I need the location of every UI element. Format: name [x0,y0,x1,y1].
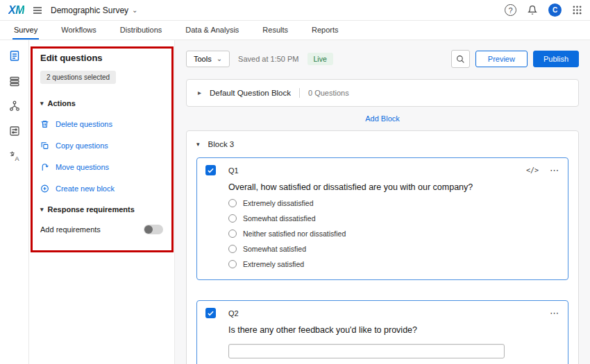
xm-logo: XM [8,4,24,17]
add-requirements-toggle[interactable] [144,225,163,234]
copy-questions-button[interactable]: Copy questions [40,141,163,150]
radio-button[interactable] [228,199,237,207]
survey-builder-icon[interactable] [9,50,20,62]
q2-more-menu-icon[interactable]: ⋯ [550,308,559,318]
save-status-text: Saved at 1:50 PM [238,55,298,63]
q1-option-row: Somewhat satisfied [228,245,559,253]
create-new-block-button[interactable]: Create new block [40,184,163,193]
plus-circle-icon [40,184,49,193]
panel-title: Edit questions [40,53,163,63]
q1-option-row: Extremely satisfied [228,260,559,268]
radio-button[interactable] [228,245,237,253]
caret-down-icon[interactable]: ▾ [196,141,200,148]
q1-option-row: Somewhat dissatisfied [228,214,559,223]
q1-option-row: Neither satisfied nor dissatisfied [228,229,559,238]
survey-flow-icon[interactable] [9,101,20,112]
search-button[interactable] [451,50,470,68]
q1-more-menu-icon[interactable]: ⋯ [550,165,559,175]
question-card-q2[interactable]: Q2 ⋯ Is there any other feedback you'd l… [196,300,568,364]
q1-checkbox[interactable] [205,165,216,175]
default-block-title: Default Question Block [210,89,291,97]
notifications-bell-icon[interactable] [528,5,537,15]
tab-reports[interactable]: Reports [310,21,340,40]
tab-data-analysis[interactable]: Data & Analysis [184,21,240,40]
canvas-toolbar: Tools ⌄ Saved at 1:50 PM Live Preview Pu… [186,40,579,75]
trash-icon [40,119,49,129]
delete-questions-button[interactable]: Delete questions [40,119,163,129]
tab-survey[interactable]: Survey [12,21,39,40]
left-icon-rail: A [0,40,29,364]
top-bar: XM Demographic Survey ⌄ ? C [0,0,590,21]
q1-option-label[interactable]: Somewhat dissatisfied [243,214,315,223]
user-avatar[interactable]: C [548,3,562,17]
selected-count-badge: 2 questions selected [40,71,116,84]
tab-results[interactable]: Results [261,21,289,40]
toggle-knob [144,225,153,234]
check-icon [208,168,214,173]
apps-grid-icon[interactable] [573,6,582,15]
q2-id: Q2 [228,309,239,318]
response-requirements-label: Response requirements [48,205,135,214]
chevron-down-icon: ⌄ [132,7,137,14]
code-view-icon[interactable]: </> [526,166,539,174]
translations-icon[interactable]: A [9,150,20,162]
radio-button[interactable] [228,229,237,238]
add-block-button[interactable]: Add Block [186,107,579,130]
q1-option-label[interactable]: Neither satisfied nor dissatisfied [243,229,346,238]
tools-label: Tools [194,55,212,63]
preview-button[interactable]: Preview [475,51,528,67]
response-requirements-header[interactable]: ▾ Response requirements [40,205,163,214]
delete-questions-label: Delete questions [56,120,112,128]
question-card-q1[interactable]: Q1 </> ⋯ Overall, how satisfied or dissa… [196,157,568,280]
live-status-badge: Live [307,53,333,65]
copy-questions-label: Copy questions [56,141,108,150]
tools-button[interactable]: Tools ⌄ [186,51,230,67]
create-new-block-label: Create new block [56,184,115,193]
radio-button[interactable] [228,214,237,223]
add-requirements-label: Add requirements [40,225,101,234]
survey-options-icon[interactable] [9,125,20,137]
check-icon [208,311,214,316]
q1-question-text[interactable]: Overall, how satisfied or dissatisfied a… [228,182,559,192]
move-questions-label: Move questions [56,163,109,171]
q1-option-label[interactable]: Extremely dissatisfied [243,199,314,207]
q2-question-text[interactable]: Is there any other feedback you'd like t… [228,325,559,335]
tab-distributions[interactable]: Distributions [119,21,164,40]
divider [299,88,300,98]
chevron-down-icon: ⌄ [217,55,222,62]
add-requirements-row: Add requirements [40,225,163,234]
publish-button[interactable]: Publish [533,51,579,67]
help-icon[interactable]: ? [505,4,516,16]
q2-checkbox[interactable] [205,308,216,318]
move-icon [40,162,49,172]
caret-down-icon: ▾ [40,206,44,213]
q1-id: Q1 [228,166,239,175]
search-icon [456,55,465,64]
hamburger-menu-icon[interactable] [33,6,42,15]
q1-option-row: Extremely dissatisfied [228,199,559,207]
radio-button[interactable] [228,260,237,268]
caret-down-icon: ▾ [40,100,44,107]
q1-option-label[interactable]: Extremely satisfied [243,260,304,268]
tab-workflows[interactable]: Workflows [60,21,98,40]
default-question-block-row[interactable]: ▸ Default Question Block 0 Questions [186,79,579,107]
svg-text:A: A [15,155,19,162]
q1-option-label[interactable]: Somewhat satisfied [243,245,306,253]
nav-tabs: Survey Workflows Distributions Data & An… [0,21,590,40]
block-3-card: ▾ Block 3 Q1 </> ⋯ Overal [186,130,579,364]
move-questions-button[interactable]: Move questions [40,162,163,172]
question-count: 0 Questions [308,89,349,97]
survey-title-dropdown[interactable]: Demographic Survey ⌄ [51,6,137,15]
survey-canvas: Tools ⌄ Saved at 1:50 PM Live Preview Pu… [175,40,590,364]
edit-questions-panel: Edit questions 2 questions selected ▾ Ac… [29,40,175,364]
blocks-icon[interactable] [9,76,20,87]
actions-section-header[interactable]: ▾ Actions [40,99,163,107]
block-3-title: Block 3 [208,140,235,148]
caret-right-icon[interactable]: ▸ [198,89,201,96]
survey-title: Demographic Survey [51,6,128,15]
actions-section-label: Actions [48,99,76,107]
copy-icon [40,141,49,150]
q2-text-entry-input[interactable] [228,344,505,358]
